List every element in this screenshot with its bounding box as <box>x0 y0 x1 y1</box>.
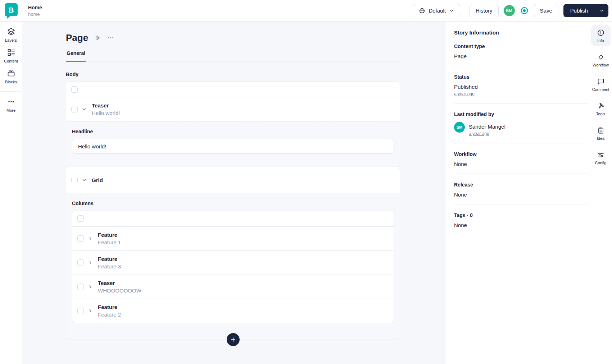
user-avatar[interactable]: SM <box>504 5 515 16</box>
chevron-down-icon <box>599 8 604 13</box>
sidebar-item-layers[interactable]: Layers <box>0 27 22 42</box>
grid-block-card: Grid Columns <box>66 167 400 340</box>
blocks-icon <box>7 69 15 78</box>
select-all-checkbox[interactable] <box>77 215 84 222</box>
section-divider <box>454 174 589 174</box>
modifier-name: Sander Mangel <box>469 124 506 130</box>
release-value: None <box>454 192 589 198</box>
section-divider <box>454 66 589 66</box>
idea-icon <box>597 126 605 134</box>
tab-general[interactable]: General <box>66 50 86 61</box>
storyblok-logo-icon: B <box>4 3 19 19</box>
rail-item-config[interactable]: Config <box>591 147 611 168</box>
publish-split-button: Publish <box>563 4 608 17</box>
last-modified-label: Last modified by <box>454 111 589 117</box>
gear-icon <box>95 35 101 41</box>
info-icon <box>597 29 605 37</box>
rail-item-info[interactable]: Info <box>591 25 611 46</box>
publish-options-button[interactable] <box>595 4 608 17</box>
section-divider <box>454 143 589 143</box>
story-information-panel: Story Information Content type Page Stat… <box>445 22 589 364</box>
globe-icon <box>419 8 425 14</box>
block-checkbox[interactable] <box>77 235 84 242</box>
sidebar-item-blocks[interactable]: Blocks <box>0 69 22 84</box>
rail-item-label: Comment <box>592 87 609 92</box>
chevron-right-icon[interactable] <box>87 260 93 266</box>
editor-tabs: General <box>66 50 400 61</box>
rail-item-label: Idea <box>597 136 604 140</box>
publish-button[interactable]: Publish <box>563 4 595 17</box>
save-label: Save <box>540 8 552 14</box>
grid-expanded-section: Columns Feature Feature 1 <box>66 193 400 340</box>
rail-item-comment[interactable]: Comment <box>591 74 611 95</box>
workflow-label: Workflow <box>454 151 589 157</box>
published-time-link[interactable]: a year ago <box>454 91 475 96</box>
topbar: B Home home Default History SM Save Publ… <box>0 0 612 22</box>
block-checkbox[interactable] <box>71 177 78 183</box>
block-row-feature-2[interactable]: Feature Feature 2 <box>72 299 394 323</box>
chevron-right-icon[interactable] <box>87 308 93 314</box>
sidebar-item-label: More <box>6 108 15 112</box>
save-button[interactable]: Save <box>534 4 558 17</box>
modified-time-link[interactable]: a year ago <box>469 131 489 136</box>
ellipsis-icon <box>107 34 114 41</box>
app-logo-cell[interactable]: B <box>0 0 22 21</box>
columns-blocks-card: Feature Feature 1 Feature Feature <box>72 211 394 323</box>
block-preview: Feature 1 <box>98 239 121 245</box>
block-checkbox[interactable] <box>77 284 84 290</box>
rail-item-label: Workflow <box>593 63 609 67</box>
headline-field-label: Headline <box>72 129 394 134</box>
story-title: Home <box>28 5 42 10</box>
sidebar-item-content[interactable]: Content <box>0 48 22 63</box>
block-type: Teaser <box>98 280 141 286</box>
rail-item-workflow[interactable]: Workflow <box>591 50 611 70</box>
block-checkbox[interactable] <box>71 106 78 112</box>
chevron-down-icon <box>449 8 454 13</box>
chevron-down-icon[interactable] <box>81 106 87 112</box>
preview-toggle-icon[interactable] <box>520 6 529 15</box>
block-row-grid[interactable]: Grid <box>66 167 400 193</box>
rail-item-idea[interactable]: Idea <box>591 123 611 144</box>
select-all-checkbox[interactable] <box>71 86 78 93</box>
chevron-right-icon[interactable] <box>87 284 93 290</box>
chevron-down-icon[interactable] <box>81 177 87 183</box>
more-icon <box>7 97 15 106</box>
teaser-expanded-section: Headline <box>66 121 400 166</box>
headline-input[interactable] <box>72 139 394 154</box>
block-preview: Feature 2 <box>98 312 121 318</box>
block-row-teaser-whoow[interactable]: Teaser WHOOOOOOOW <box>72 275 394 299</box>
comment-icon <box>597 78 605 86</box>
block-preview: Hello world! <box>92 110 120 116</box>
block-type: Feature <box>98 304 121 310</box>
add-block-button[interactable] <box>227 333 240 346</box>
rail-item-tools[interactable]: Tools <box>591 98 611 119</box>
page-options-button[interactable] <box>107 34 114 41</box>
block-row-feature-3[interactable]: Feature Feature 3 <box>72 250 394 275</box>
workflow-value: None <box>454 161 589 167</box>
block-row-feature-1[interactable]: Feature Feature 1 <box>72 226 394 250</box>
chevron-right-icon[interactable] <box>87 236 93 241</box>
content-type-settings-button[interactable] <box>95 35 101 41</box>
body-blocks-card: Teaser Hello world! Headline <box>66 82 400 166</box>
sidebar-item-more[interactable]: More <box>0 97 22 112</box>
block-checkbox[interactable] <box>77 259 84 266</box>
language-selector[interactable]: Default <box>413 4 460 17</box>
blocks-select-all-row <box>66 82 400 97</box>
history-button[interactable]: History <box>470 4 499 17</box>
app-body: Layers Content Blocks More <box>0 22 612 364</box>
svg-text:B: B <box>8 6 14 14</box>
tools-icon <box>597 102 605 110</box>
columns-select-all-row <box>72 211 394 226</box>
editor-main: Page General <box>22 22 445 364</box>
section-divider <box>454 103 589 103</box>
block-type: Teaser <box>92 102 120 109</box>
block-row-teaser[interactable]: Teaser Hello world! <box>66 97 400 121</box>
block-checkbox[interactable] <box>77 308 84 314</box>
panel-title: Story Information <box>454 29 589 36</box>
block-type: Feature <box>98 232 121 238</box>
block-type: Grid <box>92 177 103 183</box>
rail-item-label: Tools <box>596 112 606 116</box>
rail-item-label: Config <box>595 161 607 165</box>
rail-item-label: Info <box>597 38 604 43</box>
plus-icon <box>230 336 236 343</box>
